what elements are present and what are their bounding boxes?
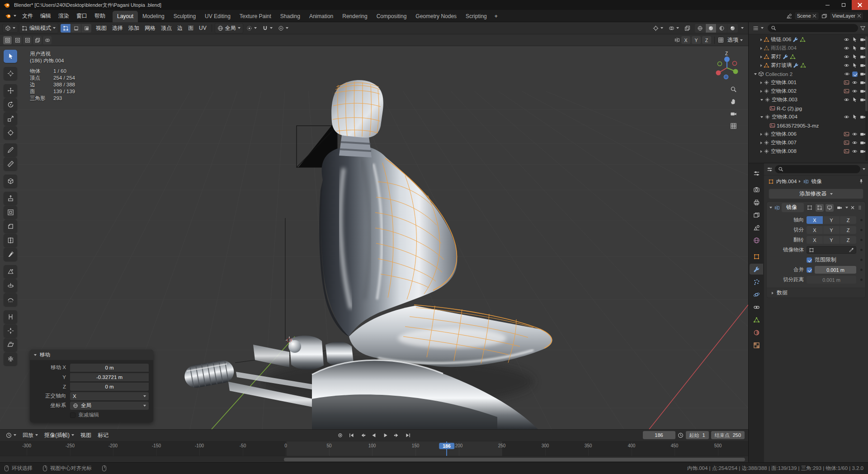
- tab-compositing[interactable]: Compositing: [372, 11, 411, 22]
- expand-icon[interactable]: [760, 64, 762, 67]
- frame-start-field[interactable]: 起始 1: [686, 431, 709, 439]
- merge-threshold-field[interactable]: 0.001 m: [815, 266, 856, 274]
- outliner-row[interactable]: 空物体.004: [749, 113, 868, 121]
- tool-move[interactable]: [4, 84, 17, 97]
- current-frame-field[interactable]: 186: [643, 431, 675, 439]
- mirror-z-toggle[interactable]: Z: [702, 36, 711, 44]
- selectable-icon[interactable]: [852, 37, 858, 43]
- tab-shading[interactable]: Shading: [276, 11, 305, 22]
- outliner-row[interactable]: 镜链.006: [749, 35, 868, 44]
- maximize-button[interactable]: [835, 0, 852, 10]
- unlink-scene-icon[interactable]: [813, 14, 816, 18]
- outliner-row[interactable]: 雾灯: [749, 52, 868, 61]
- decorator-dot[interactable]: [860, 249, 863, 251]
- tool-shrink-fatten[interactable]: [4, 324, 17, 337]
- timeline-ruler[interactable]: -300 -250 -200 -150 -100 -50 0 50 100 15…: [0, 441, 748, 456]
- tool-knife[interactable]: [4, 248, 17, 261]
- face-select-button[interactable]: [81, 24, 91, 33]
- minimize-button[interactable]: [819, 0, 835, 10]
- eye-icon[interactable]: [852, 88, 858, 94]
- outliner-row-image[interactable]: R-C (2).jpg: [749, 104, 868, 113]
- menu-help[interactable]: 帮助: [91, 11, 109, 21]
- tab-physics[interactable]: [750, 289, 763, 300]
- tab-texture[interactable]: [750, 340, 763, 351]
- decorator-dot[interactable]: [860, 279, 863, 281]
- properties-editor-icon[interactable]: [767, 166, 773, 172]
- selectable-icon[interactable]: [852, 54, 858, 60]
- select-extend-button[interactable]: [13, 36, 22, 44]
- outliner-row[interactable]: 空物体.007: [749, 138, 868, 147]
- zoom-icon[interactable]: [730, 86, 737, 93]
- jump-to-end-button[interactable]: [403, 431, 413, 440]
- playhead-frame-badge[interactable]: 186: [439, 443, 454, 449]
- next-keyframe-button[interactable]: [392, 431, 402, 440]
- timeline-view-menu[interactable]: 视图: [78, 431, 94, 440]
- decorator-dot[interactable]: [860, 219, 863, 221]
- shading-solid-button[interactable]: [706, 24, 716, 33]
- snap-toggle[interactable]: [260, 24, 275, 32]
- eye-icon[interactable]: [852, 80, 858, 85]
- expand-icon[interactable]: [760, 133, 762, 136]
- menu-window[interactable]: 窗口: [73, 11, 91, 21]
- collapse-icon[interactable]: [760, 99, 763, 101]
- flip-z-toggle[interactable]: Z: [840, 236, 856, 244]
- axis-y-toggle[interactable]: Y: [823, 216, 840, 224]
- realtime-display-toggle[interactable]: [826, 204, 834, 212]
- edit-mode-display-toggle[interactable]: [816, 204, 824, 212]
- tab-constraints[interactable]: [750, 302, 763, 313]
- pan-hand-icon[interactable]: [730, 98, 737, 105]
- menu-edge[interactable]: 边: [175, 24, 185, 33]
- delete-modifier-icon[interactable]: [850, 205, 855, 210]
- menu-mesh[interactable]: 网格: [142, 24, 158, 33]
- data-subpanel-header[interactable]: 数据: [767, 288, 865, 298]
- clipping-checkbox[interactable]: [807, 257, 812, 263]
- move-z-field[interactable]: 0 m: [70, 383, 149, 391]
- filter-funnel-icon[interactable]: [860, 25, 866, 31]
- mode-dropdown[interactable]: 编辑模式: [19, 23, 58, 33]
- timeline-editor-type-button[interactable]: [4, 431, 19, 439]
- show-overlays-dropdown[interactable]: [666, 24, 681, 32]
- eye-icon[interactable]: [852, 140, 858, 146]
- tab-animation[interactable]: Animation: [305, 11, 338, 22]
- axis-z-toggle[interactable]: Z: [840, 216, 856, 224]
- mirror-y-toggle[interactable]: Y: [692, 36, 701, 44]
- eye-icon[interactable]: [852, 131, 858, 137]
- modifier-extras-icon[interactable]: [845, 207, 848, 209]
- pin-icon[interactable]: [859, 179, 864, 184]
- tool-bevel[interactable]: [4, 220, 17, 233]
- menu-select[interactable]: 选择: [110, 24, 125, 33]
- decorator-dot[interactable]: [860, 229, 863, 231]
- falloff-checkbox[interactable]: [70, 412, 75, 418]
- tab-view-layer[interactable]: [750, 209, 763, 220]
- expand-icon[interactable]: [760, 47, 762, 50]
- eye-icon[interactable]: [852, 148, 858, 154]
- breadcrumb-object[interactable]: 内饰.004: [776, 178, 797, 185]
- tab-tool[interactable]: [750, 168, 763, 179]
- unlink-viewlayer-icon[interactable]: [857, 14, 861, 18]
- select-subtract-button[interactable]: [23, 36, 32, 44]
- menu-file[interactable]: 文件: [19, 11, 37, 21]
- tab-rendering[interactable]: Rendering: [338, 11, 372, 22]
- properties-search-input[interactable]: [775, 165, 860, 173]
- pivot-point-dropdown[interactable]: [244, 24, 259, 32]
- tab-output[interactable]: [750, 197, 763, 208]
- ortho-grid-icon[interactable]: [730, 123, 737, 129]
- tab-world[interactable]: [750, 235, 763, 246]
- shading-wireframe-button[interactable]: [695, 24, 705, 33]
- eye-icon[interactable]: [844, 97, 849, 103]
- move-panel-header[interactable]: 移动: [30, 350, 153, 360]
- menu-edit[interactable]: 编辑: [37, 11, 55, 21]
- collection-checkbox[interactable]: [852, 71, 858, 77]
- modifier-name-field[interactable]: 镜像: [782, 203, 804, 212]
- shading-rendered-button[interactable]: [727, 24, 738, 33]
- coordinate-system-dropdown[interactable]: 全局: [70, 402, 149, 410]
- mirror-object-field[interactable]: [807, 246, 856, 254]
- collapse-icon[interactable]: [754, 73, 757, 75]
- timeline-marker-menu[interactable]: 标记: [95, 431, 111, 440]
- move-y-field[interactable]: -0.32721 m: [70, 373, 149, 381]
- expand-icon[interactable]: [760, 150, 762, 153]
- tab-scene[interactable]: [750, 222, 763, 233]
- tab-modifiers[interactable]: [750, 264, 763, 275]
- expand-icon[interactable]: [760, 81, 762, 84]
- viewport-3d[interactable]: 用户透视 (186) 内饰.004 物体1 / 60 顶点254 / 254 边…: [0, 46, 748, 429]
